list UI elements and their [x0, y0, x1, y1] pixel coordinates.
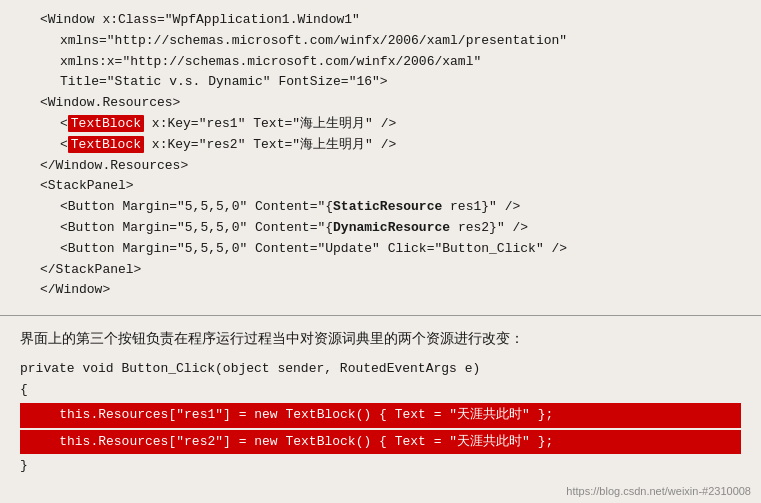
- open-brace: {: [20, 380, 741, 401]
- code-line-3: xmlns:x="http://schemas.microsoft.com/wi…: [20, 52, 741, 73]
- code-line-12: <Button Margin="5,5,5,0" Content="Update…: [20, 239, 741, 260]
- code-line-10: <Button Margin="5,5,5,0" Content="{Stati…: [20, 197, 741, 218]
- description-text: 界面上的第三个按钮负责在程序运行过程当中对资源词典里的两个资源进行改变：: [0, 322, 761, 355]
- highlight-line-2: this.Resources["res2"] = new TextBlock()…: [20, 430, 741, 455]
- code-line-9: <StackPanel>: [20, 176, 741, 197]
- close-brace: }: [20, 456, 741, 477]
- code-line-14: </Window>: [20, 280, 741, 301]
- xaml-code-block: <Window x:Class="WpfApplication1.Window1…: [20, 10, 741, 301]
- code-line-11: <Button Margin="5,5,5,0" Content="{Dynam…: [20, 218, 741, 239]
- top-code-section: <Window x:Class="WpfApplication1.Window1…: [0, 0, 761, 309]
- method-signature: private void Button_Click(object sender,…: [20, 359, 741, 380]
- textblock-highlight-2: TextBlock: [68, 136, 144, 153]
- csharp-code-block: private void Button_Click(object sender,…: [20, 359, 741, 477]
- code-line-6: <TextBlock x:Key="res1" Text="海上生明月" />: [20, 114, 741, 135]
- code-line-7: <TextBlock x:Key="res2" Text="海上生明月" />: [20, 135, 741, 156]
- textblock-highlight-1: TextBlock: [68, 115, 144, 132]
- code-line-5: <Window.Resources>: [20, 93, 741, 114]
- code-line-4: Title="Static v.s. Dynamic" FontSize="16…: [20, 72, 741, 93]
- section-divider: [0, 315, 761, 316]
- watermark: https://blog.csdn.net/weixin-#2310008: [566, 485, 751, 497]
- bottom-code-section: private void Button_Click(object sender,…: [0, 355, 761, 477]
- code-line-13: </StackPanel>: [20, 260, 741, 281]
- code-line-2: xmlns="http://schemas.microsoft.com/winf…: [20, 31, 741, 52]
- code-line-8: </Window.Resources>: [20, 156, 741, 177]
- code-line-1: <Window x:Class="WpfApplication1.Window1…: [20, 10, 741, 31]
- highlight-line-1: this.Resources["res1"] = new TextBlock()…: [20, 403, 741, 428]
